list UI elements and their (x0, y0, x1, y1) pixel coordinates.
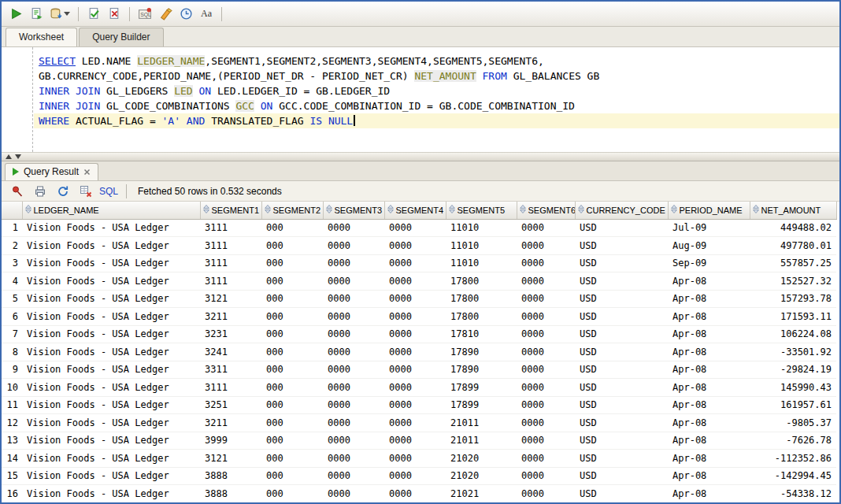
grid-cell[interactable]: 000 (261, 308, 323, 326)
grid-cell[interactable]: 3111 (200, 379, 261, 397)
grid-cell[interactable]: 0000 (384, 308, 446, 326)
grid-cell[interactable]: 000 (261, 432, 323, 450)
grid-column-header[interactable]: LEDGER_NAME (22, 202, 200, 219)
grid-cell[interactable]: USD (575, 219, 668, 237)
table-row[interactable]: 2Vision Foods - USA Ledger31110000000000… (2, 237, 836, 255)
grid-cell[interactable]: 0000 (517, 432, 575, 450)
grid-cell[interactable]: Apr-08 (668, 308, 750, 326)
grid-cell[interactable]: 0000 (323, 325, 384, 343)
table-row[interactable]: 6Vision Foods - USA Ledger32110000000000… (2, 308, 836, 326)
grid-cell[interactable]: Apr-08 (668, 379, 750, 397)
grid-cell[interactable]: 0000 (517, 308, 575, 326)
grid-cell[interactable]: USD (575, 290, 668, 308)
grid-cell[interactable]: 3121 (200, 450, 261, 468)
code-line[interactable]: INNER JOIN GL_CODE_COMBINATIONS GCC ON G… (34, 98, 839, 113)
table-row[interactable]: 12Vision Foods - USA Ledger3211000000000… (2, 414, 836, 432)
grid-cell[interactable]: 0000 (517, 467, 575, 485)
grid-cell[interactable]: Apr-08 (668, 343, 750, 361)
table-row[interactable]: 8Vision Foods - USA Ledger32410000000000… (2, 343, 836, 361)
table-row[interactable]: 1Vision Foods - USA Ledger31110000000000… (2, 219, 836, 237)
grid-cell[interactable]: 152527.32 (750, 272, 836, 291)
grid-cell[interactable]: 3211 (200, 308, 261, 326)
grid-cell[interactable]: USD (575, 361, 668, 379)
grid-cell[interactable]: 17890 (446, 343, 517, 361)
grid-cell[interactable]: Vision Foods - USA Ledger (22, 396, 200, 414)
grid-cell[interactable]: 3111 (200, 219, 261, 237)
grid-cell[interactable]: 3251 (200, 396, 261, 414)
grid-cell[interactable]: 0000 (323, 272, 384, 291)
table-row[interactable]: 11Vision Foods - USA Ledger3251000000000… (2, 396, 836, 414)
grid-cell[interactable]: USD (575, 432, 668, 450)
grid-column-header[interactable]: PERIOD_NAME (668, 202, 750, 219)
expand-down-icon[interactable] (15, 154, 21, 159)
grid-cell[interactable]: 21020 (446, 450, 517, 468)
grid-cell[interactable]: 3231 (200, 325, 261, 343)
autotrace-button[interactable] (47, 5, 72, 24)
tab-query-builder[interactable]: Query Builder (79, 28, 163, 46)
grid-cell[interactable]: 0000 (517, 219, 575, 237)
grid-cell[interactable]: Apr-08 (668, 290, 750, 308)
table-row[interactable]: 9Vision Foods - USA Ledger33110000000000… (2, 361, 836, 379)
grid-cell[interactable]: USD (575, 272, 668, 291)
grid-cell[interactable]: 3241 (200, 343, 261, 361)
grid-cell[interactable]: 3111 (200, 237, 261, 255)
table-row[interactable]: 16Vision Foods - USA Ledger3888000000000… (2, 485, 836, 503)
grid-cell[interactable]: 0000 (384, 272, 446, 291)
grid-cell[interactable]: 0000 (323, 467, 384, 485)
expand-up-icon[interactable] (6, 154, 12, 159)
sql-button[interactable]: SQL (99, 186, 118, 197)
run-statement-button[interactable] (6, 5, 25, 24)
grid-cell[interactable]: Apr-08 (668, 432, 750, 450)
grid-cell[interactable]: 0000 (323, 485, 384, 503)
code-line[interactable]: SELECT LED.NAME LEDGER_NAME,SEGMENT1,SEG… (34, 54, 839, 69)
grid-cell[interactable]: 106224.08 (750, 325, 836, 343)
pin-button[interactable] (8, 182, 27, 201)
grid-cell[interactable]: Jul-09 (668, 219, 750, 237)
grid-cell[interactable]: 0000 (384, 379, 446, 397)
grid-cell[interactable]: 0000 (323, 308, 384, 326)
grid-cell[interactable]: -142994.45 (750, 467, 836, 485)
grid-cell[interactable]: USD (575, 414, 668, 432)
grid-cell[interactable]: 17800 (446, 290, 517, 308)
grid-cell[interactable]: 000 (261, 290, 323, 308)
run-script-button[interactable] (27, 5, 46, 24)
grid-cell[interactable]: -33501.92 (750, 343, 836, 361)
change-case-button[interactable]: Aa (197, 5, 216, 24)
grid-cell[interactable]: -9805.37 (750, 414, 836, 432)
grid-cell[interactable]: 0000 (517, 450, 575, 468)
grid-cell[interactable]: 000 (261, 467, 323, 485)
clear-button[interactable] (156, 5, 175, 24)
grid-column-header[interactable]: SEGMENT2 (261, 202, 323, 219)
grid-cell[interactable]: 157293.78 (750, 290, 836, 308)
grid-cell[interactable]: 000 (261, 450, 323, 468)
grid-cell[interactable]: Apr-08 (668, 414, 750, 432)
grid-cell[interactable]: USD (575, 450, 668, 468)
grid-cell[interactable]: Vision Foods - USA Ledger (22, 361, 200, 379)
grid-cell[interactable]: 0000 (384, 237, 446, 255)
grid-cell[interactable]: 3888 (200, 467, 261, 485)
grid-cell[interactable]: Vision Foods - USA Ledger (22, 485, 200, 503)
grid-cell[interactable]: 449488.02 (750, 219, 836, 237)
grid-cell[interactable]: USD (575, 308, 668, 326)
grid-cell[interactable]: 0000 (384, 325, 446, 343)
grid-cell[interactable]: USD (575, 396, 668, 414)
grid-cell[interactable]: Vision Foods - USA Ledger (22, 237, 200, 255)
grid-column-header[interactable]: SEGMENT4 (384, 202, 446, 219)
grid-cell[interactable]: 000 (261, 219, 323, 237)
table-row[interactable]: 5Vision Foods - USA Ledger31210000000000… (2, 290, 836, 308)
grid-cell[interactable]: 0000 (517, 272, 575, 291)
grid-cell[interactable]: 0000 (517, 325, 575, 343)
table-row[interactable]: 15Vision Foods - USA Ledger3888000000000… (2, 467, 836, 485)
grid-cell[interactable]: 0000 (384, 361, 446, 379)
grid-cell[interactable]: 0000 (384, 396, 446, 414)
close-icon[interactable] (83, 169, 91, 176)
table-row[interactable]: 10Vision Foods - USA Ledger3111000000000… (2, 379, 836, 397)
grid-cell[interactable]: USD (575, 379, 668, 397)
table-row[interactable]: 14Vision Foods - USA Ledger3121000000000… (2, 450, 836, 468)
grid-cell[interactable]: 3311 (200, 361, 261, 379)
grid-cell[interactable]: Vision Foods - USA Ledger (22, 467, 200, 485)
grid-column-header[interactable]: CURRENCY_CODE (575, 202, 668, 219)
grid-cell[interactable]: 000 (261, 396, 323, 414)
grid-cell[interactable]: Vision Foods - USA Ledger (22, 254, 200, 272)
grid-cell[interactable]: -7626.78 (750, 432, 836, 450)
